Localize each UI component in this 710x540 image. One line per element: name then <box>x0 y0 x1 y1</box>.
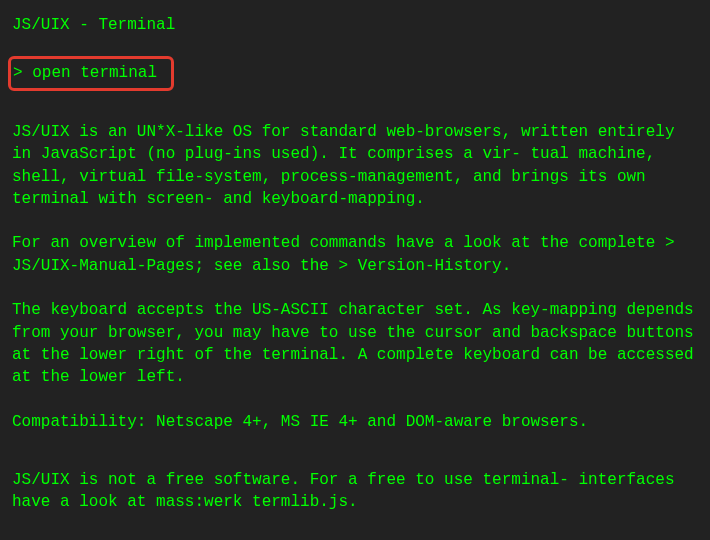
open-terminal-link[interactable]: > open terminal <box>13 64 157 82</box>
compatibility-paragraph: Compatibility: Netscape 4+, MS IE 4+ and… <box>12 411 698 433</box>
version-history-link[interactable]: Version-History <box>358 257 502 275</box>
overview-pre: For an overview of implemented commands … <box>12 234 675 252</box>
overview-paragraph: For an overview of implemented commands … <box>12 232 698 277</box>
open-terminal-prefix: > <box>13 64 32 82</box>
intro-paragraph: JS/UIX is an UN*X-like OS for standard w… <box>12 121 698 211</box>
keyboard-paragraph: The keyboard accepts the US-ASCII charac… <box>12 299 698 389</box>
page-title: JS/UIX - Terminal <box>12 14 698 36</box>
overview-mid: ; see also the > <box>194 257 357 275</box>
overview-post: . <box>502 257 512 275</box>
notfree-post: . <box>348 493 358 511</box>
open-terminal-label: open terminal <box>32 64 157 82</box>
manual-pages-link[interactable]: JS/UIX-Manual-Pages <box>12 257 194 275</box>
open-terminal-highlight: > open terminal <box>8 56 174 90</box>
termlib-link[interactable]: mass:werk termlib.js <box>156 493 348 511</box>
not-free-paragraph: JS/UIX is not a free software. For a fre… <box>12 469 698 514</box>
